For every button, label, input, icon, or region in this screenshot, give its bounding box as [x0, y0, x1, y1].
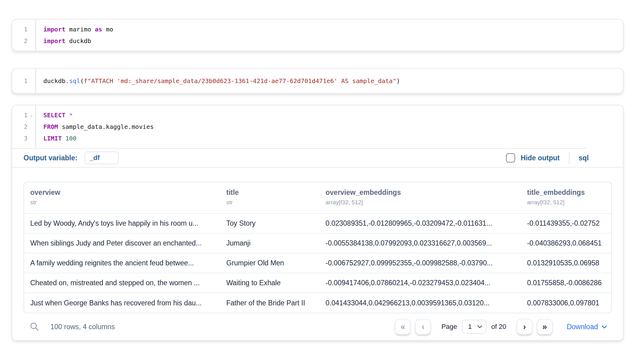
line-number: 1	[24, 26, 27, 33]
code-token: duckdb	[43, 77, 65, 85]
line-number: 1	[24, 112, 27, 118]
code-editor[interactable]: 1import marimo as mo2import duckdb	[12, 20, 623, 51]
next-page-button[interactable]: ›	[517, 319, 533, 335]
page-count-label: of 20	[491, 323, 506, 331]
page-label: Page	[441, 323, 457, 331]
column-header[interactable]: title_embeddingsarray[f32, 512]	[527, 182, 611, 213]
language-badge[interactable]: sql	[579, 154, 589, 162]
notebook-page: 1import marimo as mo2import duckdb 1duck…	[0, 0, 637, 341]
table-cell: 0.041433044,0.042966213,0.0039591365,0.0…	[326, 293, 527, 313]
table-cell: -0.0055384138,0.07992093,0.023316627,0.0…	[326, 233, 527, 253]
table-cell: When siblings Judy and Peter discover an…	[24, 233, 226, 253]
prev-page-button[interactable]: ‹	[415, 319, 431, 335]
code-line[interactable]: duckdb.sql(f"ATTACH 'md:_share/sample_da…	[35, 77, 400, 85]
table-cell: Cheated on, mistreated and stepped on, t…	[24, 273, 226, 293]
download-label: Download	[567, 323, 598, 331]
table-cell: 0.01755858,-0.0086286	[527, 273, 611, 293]
code-token: )	[396, 77, 400, 85]
output-variable-label: Output variable:	[24, 154, 77, 162]
code-token: mo	[102, 26, 113, 33]
table-cell: -0.006752927,0.099952355,-0.009982588,-0…	[326, 253, 527, 273]
gutter-divider	[35, 105, 36, 148]
code-token: duckdb	[65, 37, 91, 45]
code-line[interactable]: SELECT *	[35, 111, 73, 119]
code-token: FROM	[43, 123, 58, 130]
column-dtype: str	[226, 199, 321, 206]
code-token: LIMIT	[43, 135, 62, 142]
code-token: 100	[65, 135, 76, 142]
line-gutter: 1⌄	[12, 112, 35, 118]
table-cell: -0.011439355,-0.02752	[527, 213, 611, 233]
table-cell: A family wedding reignites the ancient f…	[24, 253, 226, 273]
column-dtype: array[f32, 512]	[527, 199, 607, 206]
chevron-down-icon	[602, 325, 607, 329]
table-cell: Jumanji	[226, 233, 326, 253]
gutter-divider	[35, 20, 36, 51]
code-token: sample_data.kaggle.movies	[58, 123, 154, 130]
code-line[interactable]: import marimo as mo	[35, 26, 113, 33]
code-token: sql	[69, 77, 80, 85]
code-token	[62, 135, 65, 142]
column-header[interactable]: overview_embeddingsarray[f32, 512]	[326, 182, 527, 213]
code-token: marimo	[65, 26, 95, 33]
column-name: overview_embeddings	[326, 188, 523, 197]
table-cell: 0.0132910535,0.06958	[527, 253, 611, 273]
table-cell: Father of the Bride Part II	[226, 293, 326, 313]
sql-cell-footer-bar: Output variable: Hide output sql	[12, 149, 623, 168]
column-dtype: str	[30, 199, 222, 206]
line-gutter: 1	[12, 26, 35, 33]
code-line[interactable]: LIMIT 100	[35, 135, 76, 142]
column-header[interactable]: titlestr	[226, 182, 326, 213]
code-token: import	[43, 37, 65, 45]
code-token: *	[69, 111, 73, 119]
code-line[interactable]: FROM sample_data.kaggle.movies	[35, 123, 154, 130]
first-page-button[interactable]: «	[395, 319, 411, 335]
page-select-value: 1	[468, 323, 472, 331]
table-row: Cheated on, mistreated and stepped on, t…	[24, 273, 611, 293]
line-number: 1	[24, 78, 27, 84]
code-token: import	[43, 26, 65, 33]
line-gutter: 1	[12, 78, 35, 84]
column-header[interactable]: overviewstr	[24, 182, 226, 213]
line-gutter: 3	[12, 135, 35, 142]
table-cell: -0.040386293,0.068451	[527, 233, 611, 253]
table-cell: Toy Story	[226, 213, 326, 233]
column-name: overview	[30, 188, 222, 197]
column-dtype: array[f32, 512]	[326, 199, 523, 206]
result-table: overviewstrtitlestroverview_embeddingsar…	[24, 182, 612, 313]
hide-output-label[interactable]: Hide output	[521, 154, 560, 162]
fold-chevron-icon[interactable]: ⌄	[27, 113, 35, 118]
last-page-button[interactable]: »	[537, 319, 553, 335]
table-cell: 0.007833006,0.097801	[527, 293, 611, 313]
table-body: Led by Woody, Andy's toys live happily i…	[24, 213, 611, 313]
code-cell-imports: 1import marimo as mo2import duckdb	[12, 19, 624, 51]
gutter-divider	[35, 69, 36, 93]
line-number: 2	[24, 38, 27, 44]
code-token: as	[95, 26, 102, 33]
code-editor[interactable]: 1duckdb.sql(f"ATTACH 'md:_share/sample_d…	[12, 69, 623, 93]
table-cell: Waiting to Exhale	[226, 273, 326, 293]
table-cell: Led by Woody, Andy's toys live happily i…	[24, 213, 226, 233]
line-number: 2	[24, 123, 27, 130]
table-footer: 100 rows, 4 columns « ‹ Page 1 of 20 › »…	[12, 313, 623, 340]
line-gutter: 2	[12, 38, 35, 44]
code-editor[interactable]: 1⌄SELECT *2FROM sample_data.kaggle.movie…	[12, 105, 623, 148]
code-token: SELECT	[43, 111, 65, 119]
table-row: A family wedding reignites the ancient f…	[24, 253, 611, 273]
table-row: When siblings Judy and Peter discover an…	[24, 233, 611, 253]
output-variable-input[interactable]	[85, 151, 119, 164]
column-name: title_embeddings	[527, 188, 607, 197]
code-token: .	[65, 77, 69, 85]
column-name: title	[226, 188, 321, 197]
table-header-row: overviewstrtitlestroverview_embeddingsar…	[24, 182, 611, 213]
search-icon[interactable]	[30, 322, 39, 332]
line-number: 3	[24, 135, 27, 142]
table-cell: Grumpier Old Men	[226, 253, 326, 273]
row-count-status: 100 rows, 4 columns	[50, 323, 115, 331]
code-token: (	[80, 77, 84, 85]
code-token: f"ATTACH 'md:_share/sample_data/23b0d623…	[84, 77, 396, 85]
page-select[interactable]: 1	[462, 320, 486, 334]
code-line[interactable]: import duckdb	[35, 37, 91, 45]
download-button[interactable]: Download	[567, 323, 607, 331]
hide-output-checkbox[interactable]	[506, 153, 515, 162]
